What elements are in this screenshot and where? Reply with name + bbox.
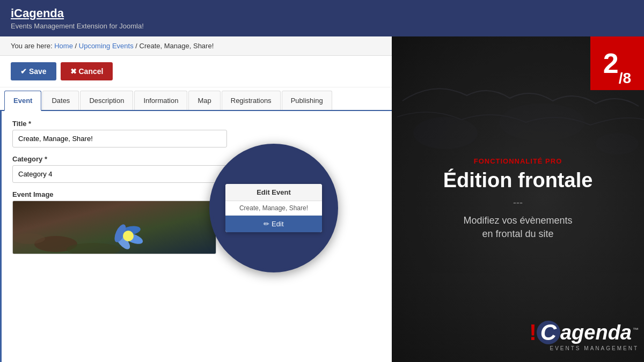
breadcrumb: You are here: Home / Upcoming Events / C… — [0, 36, 392, 56]
category-input[interactable] — [12, 165, 227, 183]
sub-text-line2: en frontal du site — [482, 228, 553, 239]
popup-overlay: Edit Event Create, Manage, Share! ✏ Edit — [209, 144, 338, 272]
right-content: FONCTIONNALITÉ PRO Édition frontale --- … — [443, 157, 593, 241]
app-title: iCagenda — [11, 6, 633, 20]
main-wrapper: You are here: Home / Upcoming Events / C… — [0, 36, 644, 362]
main-heading: Édition frontale — [443, 169, 593, 192]
cancel-button[interactable]: ✖ Cancel — [61, 62, 113, 80]
breadcrumb-parent[interactable]: Upcoming Events — [79, 42, 134, 50]
pro-badge: FONCTIONNALITÉ PRO — [443, 157, 593, 165]
sub-text: Modifiez vos évènements en frontal du si… — [443, 214, 593, 241]
title-input[interactable] — [12, 130, 227, 147]
tab-description[interactable]: Description — [80, 91, 133, 110]
logo-agenda: agenda™ — [560, 321, 639, 344]
left-panel: You are here: Home / Upcoming Events / C… — [0, 36, 392, 362]
app-subtitle: Events Management Extension for Joomla! — [11, 22, 633, 30]
tab-publishing[interactable]: Publishing — [282, 91, 332, 110]
sub-text-line1: Modifiez vos évènements — [463, 215, 572, 226]
tab-event[interactable]: Event — [4, 91, 41, 111]
svg-point-12 — [596, 133, 639, 154]
svg-point-9 — [123, 231, 134, 241]
title-label: Title * — [12, 120, 381, 128]
popup-card: Edit Event Create, Manage, Share! ✏ Edit — [225, 184, 322, 232]
image-placeholder — [13, 201, 216, 254]
category-label: Category * — [12, 155, 381, 163]
title-group: Title * — [12, 120, 381, 147]
breadcrumb-home[interactable]: Home — [54, 42, 73, 50]
svg-point-3 — [13, 233, 45, 244]
logo-exclaim: ! — [529, 321, 537, 344]
tab-information[interactable]: Information — [134, 91, 187, 110]
popup-item: Create, Manage, Share! — [225, 201, 322, 216]
header: iCagenda Events Management Extension for… — [0, 0, 644, 36]
breadcrumb-prefix: You are here: — [11, 42, 53, 50]
save-button[interactable]: ✔ Save — [11, 62, 56, 80]
logo-brand: ! C agenda™ — [529, 321, 639, 344]
logo-c: C — [537, 321, 560, 344]
tab-registrations[interactable]: Registrations — [222, 91, 281, 110]
tabs-bar: Event Dates Description Information Map … — [0, 87, 392, 111]
logo-bottom: ! C agenda™ EVENTS MANAGEMENT — [529, 321, 639, 351]
badge-number: 2 — [603, 49, 619, 77]
svg-point-10 — [413, 117, 478, 149]
breadcrumb-current: Create, Manage, Share! — [140, 42, 214, 50]
form-area: Title * Category * Event Image — [0, 111, 392, 362]
svg-point-11 — [499, 104, 585, 141]
tab-dates[interactable]: Dates — [42, 91, 79, 110]
tab-map[interactable]: Map — [188, 91, 220, 110]
popup-header: Edit Event — [225, 184, 322, 201]
number-badge: 2 /8 — [590, 36, 644, 90]
popup-edit-button[interactable]: ✏ Edit — [225, 216, 322, 232]
logo-sub: EVENTS MANAGEMENT — [550, 345, 639, 351]
image-preview — [12, 201, 216, 254]
badge-total: /8 — [619, 70, 631, 87]
toolbar: ✔ Save ✖ Cancel — [0, 56, 392, 87]
right-panel: 2 /8 FONCTIONNALITÉ PRO Édition frontale… — [392, 36, 644, 362]
separator: --- — [443, 197, 593, 209]
